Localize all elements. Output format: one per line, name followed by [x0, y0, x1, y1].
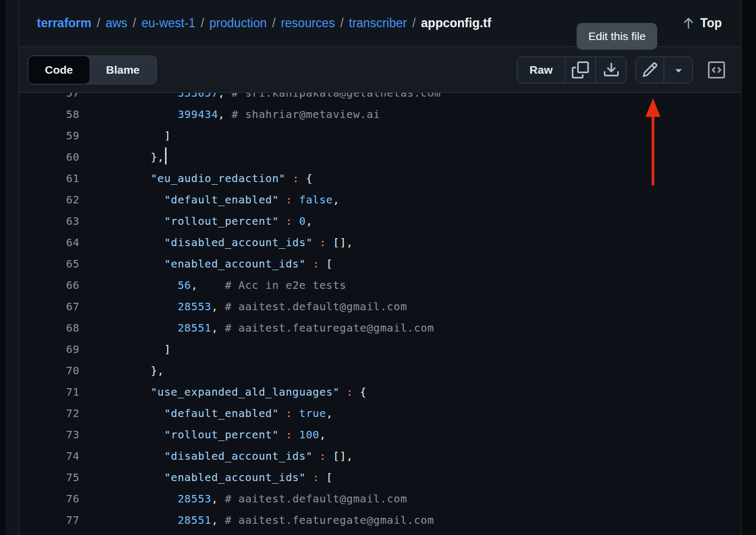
red-arrow-annotation	[643, 97, 663, 187]
breadcrumb-separator: /	[201, 16, 204, 30]
edit-this-file-tooltip: Edit this file	[577, 23, 657, 50]
line-content: 353057, # sri.kanipakala@getathetas.com	[97, 93, 441, 104]
breadcrumb-link-aws[interactable]: aws	[106, 16, 128, 30]
line-content: 56, # Acc in e2e tests	[97, 274, 346, 296]
line-content: 28551, # aaitest.featuregate@gmail.com	[97, 509, 434, 531]
line-content: "default_enabled" : true,	[97, 403, 333, 424]
breadcrumb-link-resources[interactable]: resources	[281, 16, 335, 30]
chevron-down-icon	[672, 63, 686, 77]
code-line-57: 57 353057, # sri.kanipakala@getathetas.c…	[19, 93, 741, 104]
page: { "breadcrumb": { "separator": "/", "ite…	[0, 0, 756, 535]
breadcrumb-current-file: appconfig.tf	[421, 16, 492, 30]
line-number[interactable]: 77	[19, 509, 97, 531]
window-left-edge	[0, 0, 5, 535]
line-number[interactable]: 58	[19, 104, 97, 125]
copy-button[interactable]	[565, 57, 596, 83]
file-view-container: terraform/aws/eu-west-1/production/resou…	[19, 0, 742, 535]
line-content: "disabled_account_ids" : [],	[97, 232, 353, 253]
code-line-67: 67 28553, # aaitest.default@gmail.com	[19, 296, 741, 317]
line-number[interactable]: 68	[19, 317, 97, 339]
raw-copy-download-group: Raw	[517, 57, 627, 83]
code-line-68: 68 28551, # aaitest.featuregate@gmail.co…	[19, 317, 741, 339]
file-actions: Raw	[517, 57, 725, 83]
line-number[interactable]: 74	[19, 445, 97, 467]
code-line-66: 66 56, # Acc in e2e tests	[19, 274, 741, 296]
breadcrumb-separator: /	[133, 16, 136, 30]
code-line-60: 60 },	[19, 146, 741, 168]
line-content: "eu_audio_redaction" : {	[97, 168, 313, 189]
code-line-72: 72 "default_enabled" : true,	[19, 403, 741, 424]
line-content: 399434, # shahriar@metaview.ai	[97, 104, 380, 125]
line-number[interactable]: 64	[19, 232, 97, 253]
code-lines: 57 353057, # sri.kanipakala@getathetas.c…	[19, 93, 741, 531]
code-line-70: 70 },	[19, 360, 741, 381]
breadcrumb-link-eu-west-1[interactable]: eu-west-1	[141, 16, 195, 30]
line-number[interactable]: 76	[19, 488, 97, 509]
code-line-75: 75 "enabled_account_ids" : [	[19, 467, 741, 488]
code-line-64: 64 "disabled_account_ids" : [],	[19, 232, 741, 253]
breadcrumb-link-terraform[interactable]: terraform	[37, 16, 91, 30]
line-number[interactable]: 62	[19, 189, 97, 210]
line-number[interactable]: 60	[19, 146, 97, 168]
code-line-62: 62 "default_enabled" : false,	[19, 189, 741, 210]
line-number[interactable]: 59	[19, 125, 97, 146]
code-line-76: 76 28553, # aaitest.default@gmail.com	[19, 488, 741, 509]
code-line-74: 74 "disabled_account_ids" : [],	[19, 445, 741, 467]
line-content: "enabled_account_ids" : [	[97, 467, 333, 488]
pencil-icon	[642, 61, 658, 78]
code-line-77: 77 28551, # aaitest.featuregate@gmail.co…	[19, 509, 741, 531]
code-line-73: 73 "rollout_percent" : 100,	[19, 424, 741, 445]
edit-button[interactable]	[636, 57, 664, 83]
breadcrumb-separator: /	[97, 16, 100, 30]
up-arrow-icon	[681, 16, 696, 30]
file-toolbar: Code Blame Raw	[19, 47, 741, 93]
line-number[interactable]: 63	[19, 210, 97, 232]
breadcrumb-link-transcriber[interactable]: transcriber	[349, 16, 407, 30]
breadcrumb-separator: /	[412, 16, 415, 30]
line-number[interactable]: 71	[19, 381, 97, 403]
code-line-65: 65 "enabled_account_ids" : [	[19, 253, 741, 274]
line-number[interactable]: 73	[19, 424, 97, 445]
line-number[interactable]: 65	[19, 253, 97, 274]
edit-dropdown-button[interactable]	[664, 57, 692, 83]
line-number[interactable]: 67	[19, 296, 97, 317]
line-number[interactable]: 72	[19, 403, 97, 424]
code-line-63: 63 "rollout_percent" : 0,	[19, 210, 741, 232]
download-button[interactable]	[596, 57, 626, 83]
window-right-edge	[742, 0, 756, 535]
symbols-pane-toggle-button[interactable]	[708, 61, 725, 78]
line-content: "enabled_account_ids" : [	[97, 253, 333, 274]
line-content: ]	[97, 125, 171, 146]
line-content: },	[97, 146, 167, 168]
breadcrumb-separator: /	[272, 16, 275, 30]
line-content: "use_expanded_ald_languages" : {	[97, 381, 367, 403]
tab-code[interactable]: Code	[28, 56, 90, 84]
line-number[interactable]: 61	[19, 168, 97, 189]
breadcrumb-link-production[interactable]: production	[209, 16, 266, 30]
copy-icon	[572, 61, 589, 78]
line-content: ]	[97, 339, 171, 360]
line-content: "default_enabled" : false,	[97, 189, 340, 210]
line-number[interactable]: 75	[19, 467, 97, 488]
line-number[interactable]: 70	[19, 360, 97, 381]
download-icon	[603, 61, 620, 78]
line-number[interactable]: 57	[19, 93, 97, 104]
raw-button[interactable]: Raw	[517, 57, 565, 83]
line-content: "rollout_percent" : 0,	[97, 210, 313, 232]
line-number[interactable]: 66	[19, 274, 97, 296]
code-line-58: 58 399434, # shahriar@metaview.ai	[19, 104, 741, 125]
line-number[interactable]: 69	[19, 339, 97, 360]
line-content: "disabled_account_ids" : [],	[97, 445, 353, 467]
breadcrumb-separator: /	[340, 16, 343, 30]
code-line-71: 71 "use_expanded_ald_languages" : {	[19, 381, 741, 403]
breadcrumb: terraform/aws/eu-west-1/production/resou…	[37, 16, 491, 30]
code-line-59: 59 ]	[19, 125, 741, 146]
code-area: 57 353057, # sri.kanipakala@getathetas.c…	[19, 93, 741, 535]
top-link-label: Top	[700, 16, 722, 30]
code-symbols-icon	[708, 61, 725, 78]
code-blame-toggle: Code Blame	[28, 56, 157, 84]
tab-blame[interactable]: Blame	[90, 56, 156, 84]
code-line-69: 69 ]	[19, 339, 741, 360]
top-link[interactable]: Top	[681, 16, 722, 30]
line-content: "rollout_percent" : 100,	[97, 424, 326, 445]
